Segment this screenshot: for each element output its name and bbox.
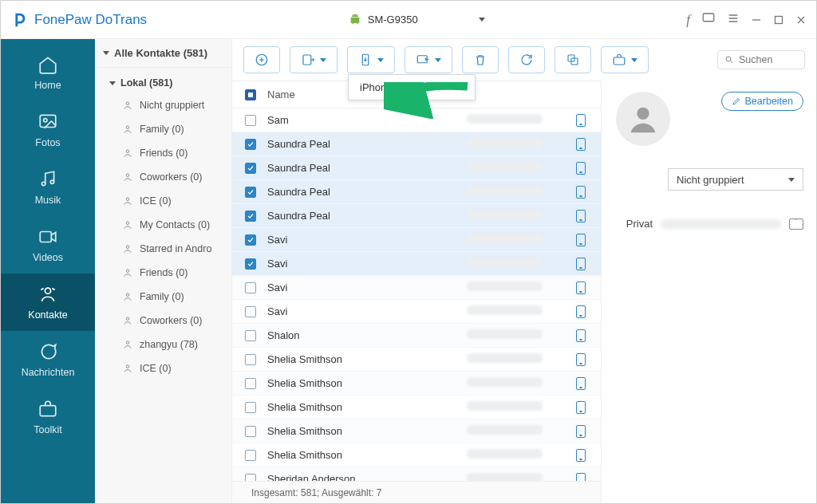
device-icon — [576, 473, 586, 482]
tree-item[interactable]: zhangyu (78) — [95, 333, 231, 356]
svg-point-1 — [356, 15, 357, 16]
tree-item[interactable]: Coworkers (0) — [95, 309, 231, 333]
table-row[interactable]: Shelia Smithson — [232, 443, 601, 467]
tree-item[interactable]: Friends (0) — [95, 261, 231, 285]
edit-button[interactable]: Bearbeiten — [721, 92, 803, 111]
tree-item[interactable]: Family (0) — [95, 117, 231, 141]
contact-name: Savi — [267, 282, 459, 293]
refresh-button[interactable] — [508, 46, 545, 73]
sidebar-item-photos[interactable]: Fotos — [1, 101, 95, 159]
device-selector[interactable]: SM-G9350 — [342, 9, 491, 30]
contact-name: Savi — [267, 258, 459, 270]
sidebar-item-home[interactable]: Home — [1, 44, 95, 101]
row-checkbox[interactable] — [245, 306, 256, 317]
row-checkbox[interactable] — [245, 450, 256, 461]
tree-item[interactable]: Starred in Andro — [95, 237, 231, 261]
contact-name: Savi — [267, 305, 459, 317]
contact-name: Saundra Peal — [267, 138, 459, 150]
backup-button[interactable] — [601, 46, 649, 73]
row-checkbox[interactable] — [245, 426, 256, 437]
row-checkbox[interactable] — [245, 474, 256, 482]
svg-point-9 — [45, 288, 50, 293]
table-row[interactable]: Sam — [232, 108, 601, 132]
facebook-icon[interactable]: f — [686, 12, 690, 28]
chevron-down-icon — [377, 58, 384, 62]
row-checkbox[interactable] — [245, 139, 256, 150]
row-checkbox[interactable] — [245, 258, 256, 270]
close-button[interactable] — [795, 14, 807, 26]
table-row[interactable]: Sheridan Anderson — [232, 467, 601, 481]
device-icon — [576, 377, 586, 390]
sidebar-item-label: Nachrichten — [22, 367, 75, 378]
device-icon — [576, 329, 586, 342]
tree-item[interactable]: Coworkers (0) — [95, 165, 231, 189]
row-checkbox[interactable] — [245, 354, 256, 365]
table-row[interactable]: Shelia Smithson — [232, 396, 601, 419]
merge-button[interactable] — [555, 46, 591, 73]
svg-point-18 — [126, 270, 129, 273]
table-row[interactable]: Savi — [232, 228, 601, 252]
tree-item[interactable]: Family (0) — [95, 285, 231, 309]
row-checkbox[interactable] — [245, 402, 256, 413]
table-row[interactable]: Saundra Peal — [232, 156, 601, 180]
table-row[interactable]: Saundra Peal — [232, 204, 601, 228]
contact-name: Shelia Smithson — [267, 377, 459, 389]
sidebar-item-label: Videos — [33, 252, 63, 263]
row-checkbox[interactable] — [245, 211, 256, 222]
device-icon — [576, 114, 586, 127]
table-row[interactable]: Savi — [232, 300, 601, 324]
select-all-checkbox[interactable] — [245, 89, 256, 100]
row-checkbox[interactable] — [245, 163, 256, 174]
row-checkbox[interactable] — [245, 187, 256, 198]
dropdown-item-iphone7[interactable]: iPhone 7 — [349, 75, 475, 100]
avatar — [616, 92, 670, 146]
sidebar-item-videos[interactable]: Videos — [1, 216, 95, 274]
tree-item[interactable]: Nicht gruppiert — [95, 93, 231, 117]
table-row[interactable]: Saundra Peal — [232, 132, 601, 156]
row-checkbox[interactable] — [245, 234, 256, 246]
table-row[interactable]: Savi — [232, 276, 601, 300]
chevron-down-icon — [103, 51, 109, 55]
row-checkbox[interactable] — [245, 330, 256, 341]
tree-item[interactable]: My Contacts (0) — [95, 213, 231, 237]
search-input[interactable] — [717, 50, 805, 69]
sidebar-item-music[interactable]: Musik — [1, 159, 95, 216]
tree-item[interactable]: Friends (0) — [95, 141, 231, 165]
import-button[interactable] — [405, 46, 452, 73]
minimize-button[interactable] — [751, 14, 762, 26]
phone-blurred — [467, 473, 543, 481]
group-select[interactable]: Nicht gruppiert — [668, 168, 803, 191]
device-icon — [576, 138, 586, 151]
device-icon — [576, 425, 586, 438]
export-button[interactable] — [290, 46, 337, 73]
table-row[interactable]: Savi — [232, 252, 601, 276]
row-checkbox[interactable] — [245, 378, 256, 389]
tree-item[interactable]: ICE (0) — [95, 189, 231, 213]
tree-item[interactable]: ICE (0) — [95, 356, 231, 380]
delete-button[interactable] — [462, 46, 499, 73]
svg-point-12 — [126, 126, 129, 129]
maximize-button[interactable] — [773, 14, 784, 26]
row-checkbox[interactable] — [245, 282, 256, 293]
table-row[interactable]: Shelia Smithson — [232, 419, 601, 443]
transfer-to-device-button[interactable]: iPhone 7 — [347, 46, 395, 73]
table-row[interactable]: Shalon — [232, 324, 601, 348]
sidebar-item-messages[interactable]: Nachrichten — [1, 331, 95, 388]
tree-header[interactable]: Alle Kontakte (581) — [95, 39, 231, 68]
table-row[interactable]: Shelia Smithson — [232, 372, 601, 396]
svg-point-13 — [126, 150, 129, 153]
table-row[interactable]: Saundra Peal — [232, 180, 601, 204]
sidebar-item-contacts[interactable]: Kontakte — [1, 274, 95, 331]
feedback-icon[interactable] — [701, 11, 716, 28]
svg-rect-3 — [776, 16, 783, 23]
sidebar-item-toolkit[interactable]: Toolkit — [1, 388, 95, 446]
tree-group-local[interactable]: Lokal (581) — [95, 71, 231, 93]
row-checkbox[interactable] — [245, 115, 256, 126]
phone-blurred — [467, 401, 543, 411]
menu-icon[interactable] — [727, 12, 740, 27]
table-row[interactable]: Shelia Smithson — [232, 348, 601, 372]
contact-name: Shelia Smithson — [267, 449, 459, 461]
device-icon — [576, 305, 586, 318]
add-contact-button[interactable] — [243, 46, 280, 73]
mail-icon[interactable] — [789, 219, 803, 230]
